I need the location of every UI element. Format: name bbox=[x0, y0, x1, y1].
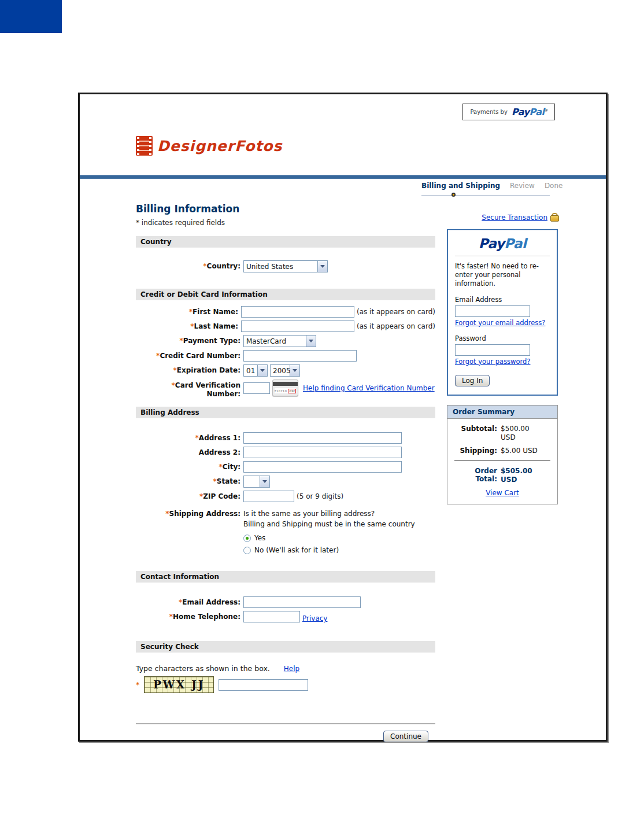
footer-divider bbox=[136, 723, 435, 724]
shipping-question: Is it the same as your billing address? bbox=[243, 508, 435, 518]
shipping-address-label: Shipping Address: bbox=[169, 510, 240, 518]
forgot-password-link[interactable]: Forgot your password? bbox=[455, 358, 530, 366]
address2-input[interactable] bbox=[243, 447, 402, 458]
sidebar: Secure Transaction PayPal It's faster! N… bbox=[447, 213, 558, 504]
shipping-same-no-radio[interactable] bbox=[243, 547, 251, 554]
progress-dot-icon bbox=[451, 193, 456, 197]
last-name-note: (as it appears on card) bbox=[357, 320, 435, 330]
email-row: *Email Address: bbox=[136, 596, 435, 608]
captcha-input[interactable] bbox=[219, 679, 308, 691]
paypal-logo: PayPal® bbox=[512, 106, 547, 117]
captcha-help-link[interactable]: Help bbox=[284, 665, 299, 673]
expiration-label: Expiration Date: bbox=[177, 366, 240, 374]
payments-by-paypal-badge: Payments by PayPal® bbox=[462, 104, 555, 120]
chevron-down-icon bbox=[306, 336, 316, 347]
email-input[interactable] bbox=[243, 596, 361, 608]
payments-by-label: Payments by bbox=[470, 109, 507, 115]
expiration-month-select[interactable]: 01 bbox=[243, 364, 268, 377]
breadcrumb: Billing and Shipping Review Done bbox=[421, 182, 551, 199]
address1-input[interactable] bbox=[243, 432, 402, 444]
state-select[interactable] bbox=[243, 476, 270, 488]
log-in-button[interactable]: Log In bbox=[455, 375, 490, 386]
expiration-year-select[interactable]: 2005 bbox=[270, 364, 300, 377]
card-number-input[interactable] bbox=[243, 350, 357, 362]
shipping-same-no-label: No (We'll ask for it later) bbox=[254, 546, 339, 554]
phone-input[interactable] bbox=[243, 611, 300, 622]
cvn-help-link[interactable]: Help finding Card Verification Number bbox=[303, 384, 435, 392]
progress-track bbox=[421, 193, 551, 199]
last-name-row: *Last Name: (as it appears on card) bbox=[136, 320, 435, 332]
view-cart-link[interactable]: View Cart bbox=[486, 489, 519, 497]
order-summary-title: Order Summary bbox=[447, 406, 557, 419]
card-number-label: Credit Card Number: bbox=[160, 352, 240, 360]
payment-type-select[interactable]: MasterCard bbox=[243, 335, 316, 347]
city-row: *City: bbox=[136, 461, 435, 473]
country-row: *Country: United States bbox=[136, 260, 435, 272]
address2-row: Address 2: bbox=[136, 447, 435, 458]
city-label: City: bbox=[223, 463, 240, 471]
paypal-logo: PayPal bbox=[455, 236, 550, 251]
captcha-image: PWX JJ bbox=[144, 676, 214, 693]
zip-label: ZIP Code: bbox=[203, 492, 240, 500]
shipping-same-yes-radio[interactable] bbox=[243, 535, 251, 542]
order-total-value: $505.00 USD bbox=[501, 467, 541, 484]
order-summary-box: Order Summary Subtotal: $500.00 USD Ship… bbox=[447, 405, 558, 504]
shipping-label: Shipping: bbox=[452, 447, 501, 455]
shipping-same-yes-label: Yes bbox=[254, 534, 265, 542]
first-name-row: *First Name: (as it appears on card) bbox=[136, 306, 435, 318]
paypal-email-input[interactable] bbox=[455, 305, 530, 317]
subtotal-label: Subtotal: bbox=[452, 425, 501, 442]
secure-transaction-link[interactable]: Secure Transaction bbox=[482, 213, 547, 222]
country-select[interactable]: United States bbox=[243, 260, 328, 272]
breadcrumb-step-done: Done bbox=[545, 182, 563, 190]
subtotal-row: Subtotal: $500.00 USD bbox=[452, 425, 553, 442]
cvn-label: Card Verification Number: bbox=[175, 381, 240, 398]
state-row: *State: bbox=[136, 476, 435, 488]
paypal-email-label: Email Address bbox=[455, 296, 550, 304]
filmstrip-icon bbox=[136, 136, 153, 156]
city-input[interactable] bbox=[243, 461, 402, 473]
expiration-row: *Expiration Date: 01 2005 bbox=[136, 364, 435, 377]
first-name-note: (as it appears on card) bbox=[357, 306, 435, 316]
email-label: Email Address: bbox=[182, 598, 240, 606]
corner-decoration bbox=[0, 0, 62, 33]
zip-row: *ZIP Code: (5 or 9 digits) bbox=[136, 491, 435, 502]
order-total-label: Order Total: bbox=[452, 467, 501, 484]
billing-form: Billing Information * indicates required… bbox=[136, 200, 435, 742]
merchant-logo: DesignerFotos bbox=[136, 136, 282, 156]
order-total-row: Order Total: $505.00 USD bbox=[452, 467, 553, 484]
first-name-input[interactable] bbox=[241, 306, 354, 318]
shipping-rule: Billing and Shipping must be in the same… bbox=[243, 518, 435, 529]
subtotal-value: $500.00 USD bbox=[501, 425, 541, 442]
section-header-security: Security Check bbox=[136, 641, 435, 653]
shipping-row: Shipping: $5.00 USD bbox=[452, 447, 553, 455]
paypal-password-input[interactable] bbox=[455, 344, 530, 356]
section-header-billing-address: Billing Address bbox=[136, 407, 435, 418]
captcha-instruction: Type characters as shown in the box. bbox=[136, 664, 270, 673]
paypal-password-label: Password bbox=[455, 334, 550, 342]
section-header-card: Credit or Debit Card Information bbox=[136, 289, 435, 300]
last-name-input[interactable] bbox=[241, 320, 354, 332]
address1-row: *Address 1: bbox=[136, 432, 435, 444]
cvn-input[interactable] bbox=[243, 382, 270, 394]
chevron-down-icon bbox=[260, 476, 269, 487]
country-label: Country: bbox=[207, 262, 240, 270]
required-fields-note: * indicates required fields bbox=[136, 219, 435, 227]
shipping-address-row: *Shipping Address: Is it the same as you… bbox=[136, 508, 435, 558]
header-divider bbox=[80, 175, 606, 179]
phone-row: *Home Telephone: Privacy bbox=[136, 611, 435, 622]
privacy-link[interactable]: Privacy bbox=[302, 614, 327, 622]
required-asterisk: * bbox=[136, 681, 139, 689]
payment-type-label: Payment Type: bbox=[183, 337, 240, 345]
forgot-email-link[interactable]: Forgot your email address? bbox=[455, 319, 545, 327]
continue-button[interactable]: Continue bbox=[383, 731, 428, 742]
payment-type-row: *Payment Type: MasterCard bbox=[136, 335, 435, 347]
section-header-contact: Contact Information bbox=[136, 571, 435, 583]
zip-note: (5 or 9 digits) bbox=[297, 491, 343, 500]
chevron-down-icon bbox=[290, 365, 299, 376]
section-header-country: Country bbox=[136, 236, 435, 248]
zip-input[interactable] bbox=[243, 491, 294, 502]
first-name-label: First Name: bbox=[193, 308, 238, 316]
order-summary-divider bbox=[454, 460, 550, 461]
last-name-label: Last Name: bbox=[194, 322, 238, 330]
